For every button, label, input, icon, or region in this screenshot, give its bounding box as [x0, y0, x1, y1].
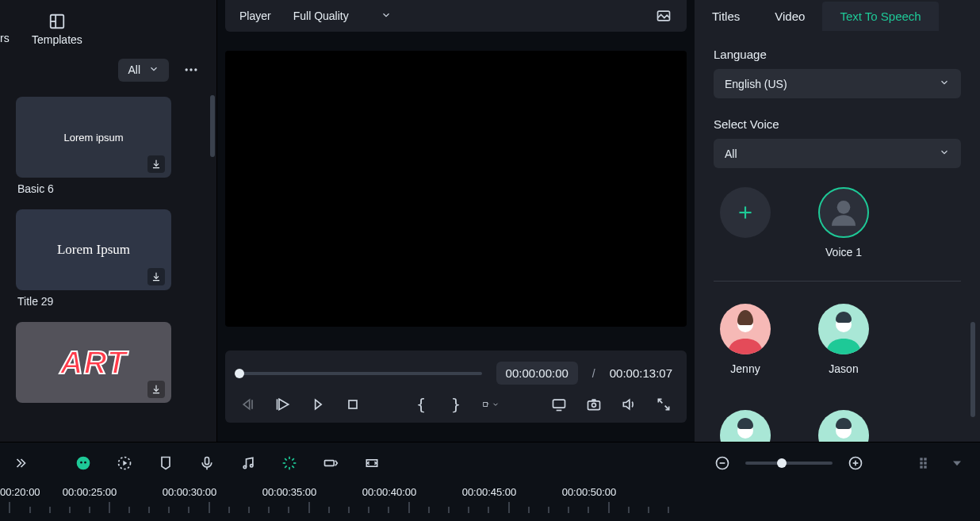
mark-in-button[interactable]: { — [412, 396, 430, 413]
right-panel: Titles Video Text To Speech Language Eng… — [695, 0, 980, 442]
svg-rect-56 — [920, 458, 922, 460]
download-icon[interactable] — [147, 268, 165, 285]
ruler-tick: 00:00:25:00 — [40, 486, 140, 498]
zoom-out-button[interactable] — [714, 454, 731, 472]
left-tab-partial[interactable]: rs — [0, 32, 10, 44]
chevron-down-icon — [939, 147, 950, 160]
quality-select[interactable]: Full Quality — [287, 6, 415, 26]
timeline-panel: 00:20:00 00:00:25:00 00:00:30:00 00:00:3… — [0, 442, 980, 521]
svg-point-21 — [592, 403, 596, 407]
voice-option[interactable] — [720, 410, 771, 442]
template-item[interactable]: Lorem Ipsum Title 29 — [16, 209, 171, 308]
svg-line-47 — [285, 465, 287, 468]
download-icon[interactable] — [147, 155, 165, 173]
ruler-tick: 00:00:50:00 — [539, 486, 639, 498]
templates-list[interactable]: Lorem ipsum Basic 6 Lorem Ipsum Title 29 — [0, 90, 216, 442]
svg-point-3 — [186, 68, 188, 71]
player-panel: Player Full Quality 00:00:00:00 / — [217, 0, 695, 442]
ai-assistant-button[interactable] — [75, 454, 92, 472]
svg-line-45 — [285, 458, 287, 461]
seek-handle[interactable] — [235, 369, 244, 378]
scrollbar-handle[interactable] — [970, 322, 975, 417]
ripple-edit-button[interactable] — [322, 454, 339, 472]
seek-slider[interactable] — [239, 372, 482, 375]
next-frame-button[interactable] — [309, 396, 327, 413]
svg-point-40 — [251, 464, 253, 466]
audio-mixer-button[interactable] — [239, 454, 257, 472]
tab-templates[interactable]: Templates — [32, 13, 82, 46]
divider — [714, 281, 961, 282]
zoom-in-button[interactable] — [847, 454, 864, 472]
svg-marker-10 — [243, 400, 250, 409]
voiceover-mic-button[interactable] — [198, 454, 216, 472]
volume-button[interactable] — [620, 396, 637, 413]
voice-option[interactable] — [818, 304, 869, 354]
fullscreen-button[interactable] — [655, 396, 672, 413]
ruler-tick: 00:00:45:00 — [439, 486, 539, 498]
template-label: Basic 6 — [17, 182, 171, 195]
template-preview-text: ART — [60, 345, 127, 381]
template-preview-text: Lorem ipsum — [63, 132, 123, 144]
svg-point-33 — [80, 462, 82, 464]
left-filter-select[interactable]: All — [118, 59, 169, 82]
voice-filter-value: All — [725, 147, 737, 160]
left-filter-value: All — [128, 63, 140, 76]
svg-marker-14 — [316, 400, 322, 409]
svg-rect-16 — [484, 403, 488, 407]
template-item[interactable]: ART — [16, 322, 171, 403]
voice-label: Select Voice — [714, 117, 961, 131]
voice-option[interactable] — [720, 304, 771, 354]
svg-line-48 — [292, 458, 294, 461]
scrollbar-handle[interactable] — [210, 95, 215, 157]
display-settings-button[interactable] — [550, 396, 568, 413]
snapshot-compare-icon[interactable] — [655, 7, 672, 25]
svg-rect-61 — [924, 465, 926, 468]
language-select[interactable]: English (US) — [714, 69, 961, 98]
player-title: Player — [239, 10, 271, 22]
camera-snapshot-button[interactable] — [585, 396, 603, 413]
stop-button[interactable] — [344, 396, 362, 413]
svg-point-34 — [84, 462, 86, 464]
crop-ratio-button[interactable] — [482, 396, 500, 413]
voice-selected[interactable] — [818, 187, 869, 238]
tab-titles[interactable]: Titles — [695, 2, 757, 31]
tab-tts[interactable]: Text To Speech — [822, 2, 938, 31]
voice-name: Jenny — [730, 362, 760, 375]
zoom-slider[interactable] — [745, 462, 833, 465]
download-icon[interactable] — [147, 381, 165, 398]
timeline-ruler[interactable]: 00:20:00 00:00:25:00 00:00:30:00 00:00:3… — [0, 483, 980, 521]
play-button[interactable] — [274, 396, 292, 413]
track-size-dropdown[interactable] — [948, 454, 966, 472]
track-size-button[interactable] — [917, 454, 934, 472]
svg-point-27 — [837, 201, 851, 214]
voice-filter-select[interactable]: All — [714, 139, 961, 168]
svg-rect-58 — [920, 462, 922, 464]
svg-point-39 — [243, 465, 246, 468]
expand-tools-button[interactable] — [14, 454, 32, 472]
left-top-tabs: rs Templates — [0, 0, 216, 46]
svg-point-4 — [189, 68, 192, 71]
svg-line-46 — [292, 465, 294, 468]
add-voice-button[interactable] — [720, 187, 771, 238]
svg-point-32 — [77, 456, 90, 469]
more-options-button[interactable] — [177, 56, 205, 84]
template-item[interactable]: Lorem ipsum Basic 6 — [16, 97, 171, 195]
current-time: 00:00:00:00 — [496, 362, 578, 385]
svg-marker-62 — [953, 461, 961, 465]
player-viewport[interactable] — [225, 51, 687, 327]
right-tabs: Titles Video Text To Speech — [695, 0, 980, 32]
svg-marker-12 — [279, 399, 289, 409]
auto-cut-button[interactable] — [281, 454, 298, 472]
chevron-down-icon — [381, 10, 392, 23]
mark-out-button[interactable]: } — [447, 396, 465, 413]
svg-rect-15 — [349, 400, 357, 408]
voice-option[interactable] — [818, 410, 869, 442]
tab-video[interactable]: Video — [757, 2, 822, 31]
prev-frame-button[interactable] — [239, 396, 257, 413]
marker-button[interactable] — [157, 454, 174, 472]
fit-width-button[interactable] — [363, 454, 381, 472]
zoom-handle[interactable] — [777, 458, 787, 468]
render-preview-button[interactable] — [116, 454, 133, 472]
language-label: Language — [714, 48, 961, 61]
ruler-ticks-icon — [0, 502, 690, 516]
